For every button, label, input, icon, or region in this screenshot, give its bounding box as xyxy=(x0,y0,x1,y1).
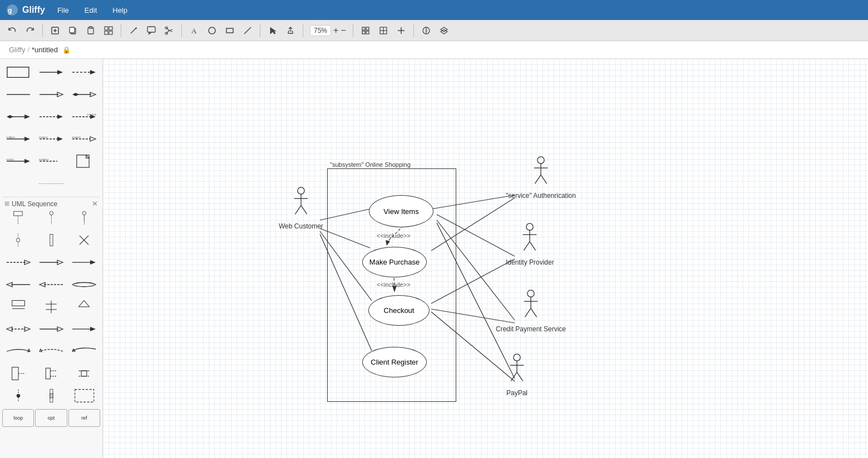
uml-arrow-solid-right[interactable] xyxy=(35,253,67,271)
shape-grid-1 xyxy=(2,63,100,81)
menu-file[interactable]: File xyxy=(54,5,72,16)
uml-dashed-rect[interactable] xyxy=(68,387,100,405)
svg-line-154 xyxy=(530,242,536,251)
lock-icon[interactable]: 🔒 xyxy=(62,46,71,54)
actor-auth-service[interactable]: "service" Authenrication xyxy=(506,156,576,200)
canvas[interactable]: "subsystem" Online Shopping View Items <… xyxy=(103,59,868,458)
select-tool[interactable] xyxy=(265,23,280,38)
copy-button[interactable] xyxy=(65,23,81,38)
subsystem-label: "subsystem" Online Shopping xyxy=(329,161,412,168)
opt-label: opt xyxy=(48,415,55,421)
app-logo: g Gliffy xyxy=(6,3,45,17)
theme-button[interactable] xyxy=(418,23,434,38)
pan-tool[interactable] xyxy=(283,23,298,38)
zoom-in-button[interactable]: + xyxy=(333,26,338,36)
undo-button[interactable] xyxy=(4,23,20,38)
uml-gate[interactable] xyxy=(68,298,100,316)
fit-page-button[interactable] xyxy=(358,23,373,38)
uml-activation-bar[interactable] xyxy=(35,231,67,249)
actor-web-customer-label: Web Customer xyxy=(279,222,323,230)
uml-fork[interactable] xyxy=(35,298,67,316)
shape-dashed-arrow[interactable] xyxy=(35,108,67,126)
uml-loop-fragment[interactable]: loop xyxy=(2,409,34,427)
uml-arrow-filled-right[interactable] xyxy=(68,253,100,271)
svg-rect-6 xyxy=(70,27,75,33)
uml-opt-fragment[interactable]: opt xyxy=(35,409,67,427)
add-page-button[interactable] xyxy=(393,23,409,38)
rect-tool[interactable] xyxy=(222,23,238,38)
usecase-make-purchase[interactable]: Make Purchase xyxy=(362,247,427,277)
shape-rectangle[interactable] xyxy=(2,63,34,81)
svg-text:<<i>>: <<i>> xyxy=(6,158,14,161)
usecase-client-register[interactable]: Client Register xyxy=(362,347,427,377)
svg-point-140 xyxy=(298,187,304,194)
uml-arrow-dashed-right[interactable] xyxy=(2,253,34,271)
uml-circle-small[interactable] xyxy=(2,231,34,249)
actor-web-customer[interactable]: Web Customer xyxy=(279,187,323,230)
uml-box-top[interactable] xyxy=(2,298,34,316)
save-cloud-button[interactable] xyxy=(47,23,63,38)
zoom-level[interactable]: 75% xyxy=(310,25,331,36)
breadcrumb-gliffy: Gliffy xyxy=(9,46,25,54)
svg-rect-22 xyxy=(366,27,369,30)
actor-credit-payment[interactable]: Credit Payment Service xyxy=(496,290,566,333)
uml-destroy[interactable] xyxy=(68,231,100,249)
actor-identity-provider[interactable]: Identity Provider xyxy=(506,223,554,266)
uml-arrow-dashed-left[interactable] xyxy=(35,276,67,293)
menu-edit[interactable]: Edit xyxy=(81,5,100,16)
uml-double-arrow-dashed[interactable] xyxy=(2,320,34,338)
uml-break-left[interactable] xyxy=(2,365,34,382)
uml-arrow-return[interactable] xyxy=(68,342,100,360)
actor-paypal[interactable]: PayPal xyxy=(506,354,528,397)
group-button[interactable] xyxy=(101,23,116,38)
uml-dot-line[interactable] xyxy=(2,387,34,405)
uml-arrow-right-2[interactable] xyxy=(35,320,67,338)
document-title[interactable]: *untitled xyxy=(32,46,58,54)
redo-button[interactable] xyxy=(22,23,38,38)
shape-line[interactable] xyxy=(2,86,34,103)
shape-filled-diamond-arrow[interactable] xyxy=(2,108,34,126)
text-tool[interactable]: A xyxy=(186,23,202,38)
shape-i-arrow[interactable]: <<i>> xyxy=(2,152,34,170)
pencil-tool[interactable] xyxy=(126,23,141,38)
uml-lifeline-circle-dashed[interactable] xyxy=(68,209,100,227)
uml-arrow-left[interactable] xyxy=(2,276,34,293)
shape-stereotype-u[interactable]: <<u>> xyxy=(68,108,100,126)
shape-b-arrow[interactable]: <<b>> xyxy=(2,130,34,148)
usecase-checkout[interactable]: Checkout xyxy=(368,295,430,326)
uml-arrow-dashed-curved[interactable] xyxy=(35,342,67,360)
shape-m-arrow[interactable]: <<m>> xyxy=(35,152,67,170)
close-panel-button[interactable]: ✕ xyxy=(92,200,98,208)
usecase-view-items[interactable]: View Items xyxy=(369,195,433,227)
svg-rect-69 xyxy=(14,211,23,216)
uml-filled-rect-line[interactable] xyxy=(35,387,67,405)
shape-dashed-line[interactable] xyxy=(2,175,100,192)
shape-p-arrow[interactable]: <<p>> xyxy=(35,130,67,148)
shape-arrow-right[interactable] xyxy=(35,86,67,103)
ref-label: ref xyxy=(81,415,87,421)
zoom-out-button[interactable]: − xyxy=(341,26,346,36)
uml-arrow-filled-2[interactable] xyxy=(68,320,100,338)
uml-ref-fragment[interactable]: ref xyxy=(68,409,100,427)
shape-diamond-arrow[interactable] xyxy=(68,86,100,103)
shape-arrow-solid[interactable] xyxy=(35,63,67,81)
uml-arrow-curved-right[interactable] xyxy=(2,342,34,360)
app-name: Gliffy xyxy=(22,5,45,15)
uml-break-right[interactable] xyxy=(35,365,67,382)
shape-arrow-dashed[interactable] xyxy=(68,63,100,81)
paste-button[interactable] xyxy=(83,23,98,38)
uml-lifeline-circle[interactable] xyxy=(35,209,67,227)
uml-gate-2[interactable] xyxy=(68,365,100,382)
uml-arrow-curved[interactable] xyxy=(68,276,100,293)
uml-lifeline-box[interactable] xyxy=(2,209,34,227)
scissor-tool[interactable] xyxy=(161,23,177,38)
shape-note[interactable] xyxy=(68,152,100,170)
callout-tool[interactable] xyxy=(144,23,159,38)
layers-button[interactable] xyxy=(436,23,452,38)
grid-button[interactable] xyxy=(376,23,391,38)
menu-help[interactable]: Help xyxy=(109,5,131,16)
circle-tool[interactable] xyxy=(204,23,220,38)
svg-line-99 xyxy=(84,301,90,307)
shape-a-arrow[interactable]: <<a>> xyxy=(68,130,100,148)
line-tool[interactable] xyxy=(240,23,255,38)
